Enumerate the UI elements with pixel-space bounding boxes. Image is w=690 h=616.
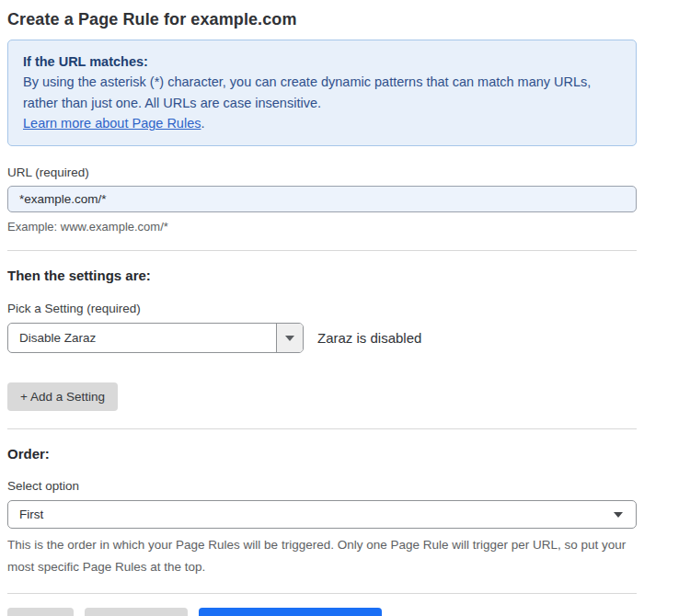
setting-dropdown[interactable]: Disable Zaraz	[7, 323, 304, 353]
order-select-value: First	[19, 508, 43, 521]
page-rule-form: Create a Page Rule for example.com If th…	[7, 9, 637, 616]
setting-dropdown-value: Disable Zaraz	[8, 324, 276, 352]
info-callout-heading: If the URL matches:	[23, 51, 621, 72]
select-caret-icon	[614, 512, 623, 518]
save-and-deploy-button[interactable]: Save and Deploy Page Rule	[199, 608, 383, 616]
setting-picker-row: Disable Zaraz Zaraz is disabled	[7, 323, 637, 353]
form-actions: Cancel Save as Draft Save and Deploy Pag…	[7, 608, 637, 616]
dropdown-caret-icon	[285, 336, 294, 341]
setting-status-text: Zaraz is disabled	[317, 330, 421, 346]
url-field-label: URL (required)	[7, 165, 637, 180]
order-section-heading: Order:	[7, 446, 637, 462]
url-input[interactable]	[7, 186, 637, 212]
divider	[7, 250, 637, 251]
setting-dropdown-arrow-button[interactable]	[276, 324, 303, 352]
order-helper-text: This is the order in which your Page Rul…	[7, 534, 637, 578]
order-select-label: Select option	[7, 478, 637, 494]
setting-picker-label: Pick a Setting (required)	[7, 301, 637, 316]
divider	[7, 593, 637, 594]
url-example-helper: Example: www.example.com/*	[7, 220, 637, 234]
order-select[interactable]: First	[7, 500, 637, 529]
info-callout-body: By using the asterisk (*) character, you…	[23, 72, 621, 113]
link-period: .	[201, 116, 204, 131]
divider	[7, 428, 637, 429]
page-title: Create a Page Rule for example.com	[7, 9, 637, 29]
settings-section-heading: Then the settings are:	[7, 268, 637, 284]
learn-more-link[interactable]: Learn more about Page Rules	[23, 116, 201, 131]
add-setting-button[interactable]: + Add a Setting	[7, 382, 118, 411]
info-callout-link-line: Learn more about Page Rules.	[23, 113, 621, 133]
save-as-draft-button[interactable]: Save as Draft	[85, 608, 188, 616]
url-match-info-callout: If the URL matches: By using the asteris…	[7, 40, 637, 146]
cancel-button[interactable]: Cancel	[7, 608, 74, 616]
